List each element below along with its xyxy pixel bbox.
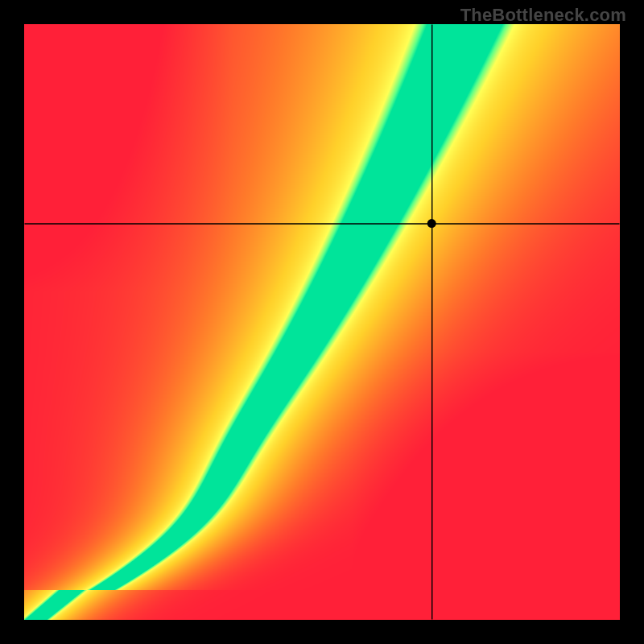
chart-frame: TheBottleneck.com <box>0 0 644 644</box>
bottleneck-heatmap <box>24 24 620 620</box>
watermark-text: TheBottleneck.com <box>460 5 626 26</box>
